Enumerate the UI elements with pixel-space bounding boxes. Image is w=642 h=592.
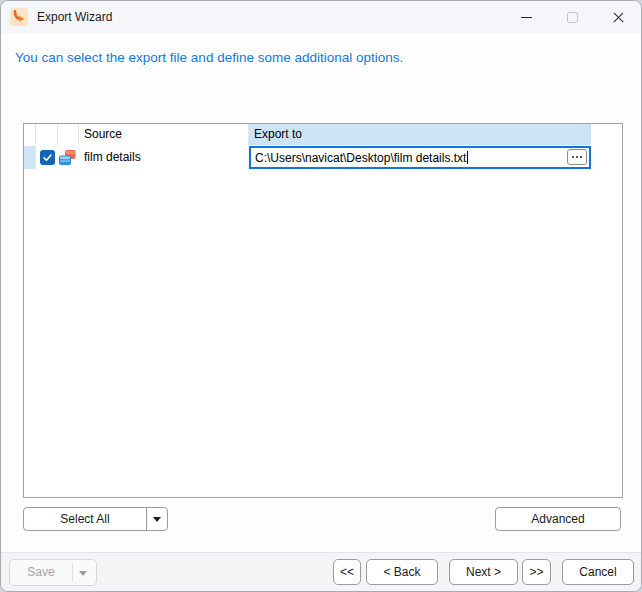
last-page-button[interactable]: >> — [522, 559, 551, 585]
screen: Export Wizard You can select the export … — [0, 0, 642, 592]
title-bar: Export Wizard — [1, 1, 641, 33]
export-items-table: Source Export to film details — [23, 123, 623, 498]
close-button[interactable] — [595, 1, 642, 33]
app-export-icon — [10, 8, 28, 26]
chevron-down-icon[interactable] — [153, 517, 161, 522]
text-caret — [467, 151, 468, 164]
maximize-button — [549, 1, 595, 33]
header-checkbox-column — [36, 124, 58, 145]
close-icon — [612, 11, 625, 24]
save-split-button[interactable]: Save — [9, 559, 97, 586]
ellipsis-icon — [572, 156, 574, 158]
window-title: Export Wizard — [37, 1, 112, 33]
header-icon-column — [58, 124, 79, 145]
row-selection-indicator — [24, 146, 36, 169]
minimize-icon — [521, 17, 532, 18]
advanced-button[interactable]: Advanced — [495, 507, 621, 531]
header-export-to: Export to — [249, 124, 591, 145]
row-checkbox[interactable] — [40, 150, 55, 165]
select-all-split-button[interactable]: Select All — [23, 507, 168, 531]
maximize-icon — [567, 12, 578, 23]
header-source: Source — [79, 124, 249, 145]
browse-button[interactable] — [567, 149, 587, 165]
split-divider — [72, 563, 73, 582]
export-path-input[interactable]: C:\Users\navicat\Desktop\film details.tx… — [249, 146, 591, 169]
check-icon — [42, 152, 53, 163]
export-wizard-dialog: Export Wizard You can select the export … — [0, 0, 642, 592]
next-button[interactable]: Next > — [449, 559, 518, 585]
header-row-selector — [24, 124, 36, 145]
cancel-button[interactable]: Cancel — [562, 559, 634, 585]
save-label[interactable]: Save — [10, 560, 72, 585]
select-all-label[interactable]: Select All — [24, 508, 146, 530]
footer-bar: Save << < Back Next > >> Cancel — [1, 553, 641, 592]
wizard-instruction: You can select the export file and defin… — [15, 50, 403, 65]
table-row[interactable]: film details C:\Users\navicat\Desktop\fi… — [24, 146, 622, 169]
minimize-button[interactable] — [503, 1, 549, 33]
first-page-button[interactable]: << — [333, 559, 361, 585]
split-divider — [146, 508, 147, 530]
back-button[interactable]: < Back — [366, 559, 438, 585]
view-table-icon — [58, 148, 77, 167]
source-cell: film details — [84, 146, 141, 169]
table-header-row: Source Export to — [24, 124, 622, 147]
chevron-down-icon[interactable] — [79, 571, 87, 576]
export-path-value: C:\Users\navicat\Desktop\film details.tx… — [255, 151, 466, 165]
